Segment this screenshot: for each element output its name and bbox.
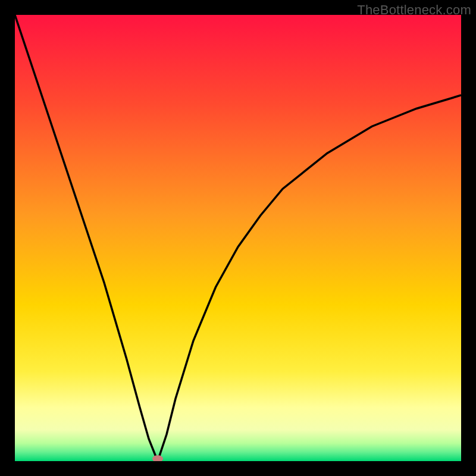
bottleneck-curve <box>15 15 461 461</box>
optimum-marker <box>152 455 163 461</box>
chart-container: TheBottleneck.com <box>0 0 476 476</box>
watermark-text: TheBottleneck.com <box>357 2 471 18</box>
plot-area <box>15 15 461 461</box>
